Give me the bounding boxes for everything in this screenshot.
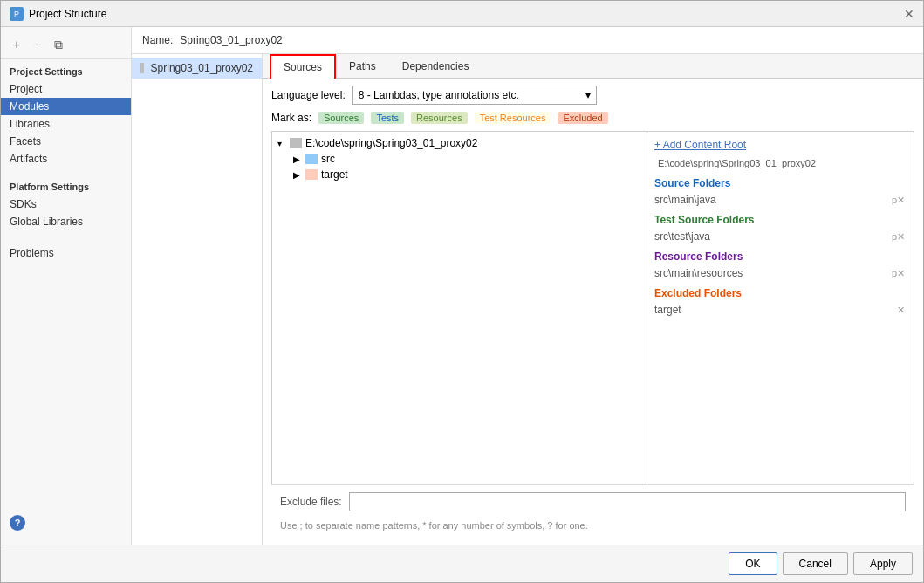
source-folder-path: src\main\java xyxy=(654,194,716,206)
tree-item-src[interactable]: ▶ src xyxy=(272,151,647,167)
dropdown-arrow-icon: ▾ xyxy=(585,89,591,101)
sidebar-item-sdks[interactable]: SDKs xyxy=(1,195,131,213)
tab-sources[interactable]: Sources xyxy=(270,54,336,79)
resource-folder-path: src\main\resources xyxy=(654,267,743,279)
language-level-row: Language level: 8 - Lambdas, type annota… xyxy=(271,86,914,105)
mark-as-row: Mark as: Sources Tests Resources Test Re… xyxy=(271,112,914,124)
resource-folder-entry: src\main\resources p✕ xyxy=(654,266,907,280)
source-folders-title: Source Folders xyxy=(654,177,907,189)
right-panel: Sources Paths Dependencies Language leve… xyxy=(263,54,923,545)
resource-folders-title: Resource Folders xyxy=(654,250,907,263)
language-level-label: Language level: xyxy=(271,89,346,101)
sidebar-item-global-libraries[interactable]: Global Libraries xyxy=(1,213,131,230)
tree-root-item[interactable]: ▾ E:\code\spring\Spring03_01_proxy02 xyxy=(272,135,647,151)
cancel-button[interactable]: Cancel xyxy=(783,552,848,575)
name-label: Name: xyxy=(142,34,173,46)
sidebar: + − ⧉ Project Settings Project Modules L… xyxy=(1,27,132,545)
file-tree: ▾ E:\code\spring\Spring03_01_proxy02 ▶ s… xyxy=(272,132,647,484)
tree-root-label: E:\code\spring\Spring03_01_proxy02 xyxy=(305,137,477,149)
project-settings-header: Project Settings xyxy=(1,59,131,80)
module-name-value: Spring03_01_proxy02 xyxy=(180,34,282,46)
bottom-bar: OK Cancel Apply xyxy=(1,545,923,582)
badge-excluded[interactable]: Excluded xyxy=(558,112,607,124)
badge-sources[interactable]: Sources xyxy=(318,112,364,124)
app-icon: P xyxy=(10,7,24,21)
info-panel: + Add Content Root E:\code\spring\Spring… xyxy=(647,132,914,484)
sidebar-item-artifacts[interactable]: Artifacts xyxy=(1,150,131,168)
test-source-folder-entry: src\test\java p✕ xyxy=(654,230,907,243)
excluded-folders-title: Excluded Folders xyxy=(654,287,907,299)
folder-icon-root xyxy=(290,138,302,148)
test-source-folder-edit-button[interactable]: p✕ xyxy=(890,231,907,243)
excluded-folder-entry: target ✕ xyxy=(654,303,907,317)
mark-as-label: Mark as: xyxy=(271,112,311,124)
split-panel: ▾ E:\code\spring\Spring03_01_proxy02 ▶ s… xyxy=(271,131,914,484)
tree-item-src-label: src xyxy=(321,153,335,165)
sources-content: Language level: 8 - Lambdas, type annota… xyxy=(263,79,923,545)
source-folder-entry: src\main\java p✕ xyxy=(654,193,907,207)
sidebar-item-modules[interactable]: Modules xyxy=(1,98,131,115)
tree-toggle-icon[interactable]: ▾ xyxy=(277,139,290,148)
badge-resources[interactable]: Resources xyxy=(411,112,468,124)
platform-settings-header: Platform Settings xyxy=(1,175,131,195)
exclude-files-row: Exclude files: xyxy=(271,484,914,518)
help-icon[interactable]: ? xyxy=(10,515,25,531)
folder-icon-src xyxy=(305,154,318,164)
apply-button[interactable]: Apply xyxy=(853,552,913,575)
tree-item-target[interactable]: ▶ target xyxy=(272,167,647,182)
main-panel: Name: Spring03_01_proxy02 Spring03_01_pr… xyxy=(132,27,923,545)
tree-toggle-src-icon[interactable]: ▶ xyxy=(293,154,305,164)
window-title: Project Structure xyxy=(29,8,106,20)
exclude-files-input[interactable] xyxy=(349,492,906,511)
folder-icon-target xyxy=(305,169,318,180)
sidebar-toolbar: + − ⧉ xyxy=(1,32,131,59)
add-content-root-button[interactable]: + Add Content Root xyxy=(654,139,907,151)
sidebar-item-project[interactable]: Project xyxy=(1,80,131,98)
tab-paths[interactable]: Paths xyxy=(336,54,389,79)
sidebar-item-problems[interactable]: Problems xyxy=(1,244,131,262)
close-button[interactable]: ✕ xyxy=(904,7,914,21)
copy-module-button[interactable]: ⧉ xyxy=(50,36,67,53)
excluded-folder-path: target xyxy=(654,304,681,316)
add-module-button[interactable]: + xyxy=(8,36,25,53)
ok-button[interactable]: OK xyxy=(729,552,777,575)
excluded-folder-remove-button[interactable]: ✕ xyxy=(895,305,907,316)
tree-toggle-target-icon[interactable]: ▶ xyxy=(293,170,305,180)
test-source-folder-path: src\test\java xyxy=(654,230,710,243)
remove-module-button[interactable]: − xyxy=(29,36,46,53)
module-item[interactable]: Spring03_01_proxy02 xyxy=(132,58,262,79)
title-bar: P Project Structure ✕ xyxy=(1,1,923,27)
sidebar-item-libraries[interactable]: Libraries xyxy=(1,115,131,133)
source-folder-edit-button[interactable]: p✕ xyxy=(890,195,907,206)
module-header: Name: Spring03_01_proxy02 xyxy=(132,27,923,54)
exclude-files-label: Exclude files: xyxy=(280,496,342,508)
tab-dependencies[interactable]: Dependencies xyxy=(389,54,483,79)
content-root-path: E:\code\spring\Spring03_01_proxy02 xyxy=(654,156,907,170)
sidebar-item-facets[interactable]: Facets xyxy=(1,133,131,150)
module-item-label: Spring03_01_proxy02 xyxy=(151,62,253,74)
module-folder-icon xyxy=(140,63,144,73)
tabs-bar: Sources Paths Dependencies xyxy=(263,54,923,79)
badge-tests[interactable]: Tests xyxy=(371,112,404,124)
resource-folder-edit-button[interactable]: p✕ xyxy=(890,268,907,279)
test-source-folders-title: Test Source Folders xyxy=(654,214,907,226)
badge-test-resources[interactable]: Test Resources xyxy=(475,112,551,124)
exclude-hint: Use ; to separate name patterns, * for a… xyxy=(271,518,914,538)
tree-item-target-label: target xyxy=(321,168,348,181)
module-list: Spring03_01_proxy02 xyxy=(132,54,263,545)
language-level-select[interactable]: 8 - Lambdas, type annotations etc. ▾ xyxy=(352,86,597,105)
